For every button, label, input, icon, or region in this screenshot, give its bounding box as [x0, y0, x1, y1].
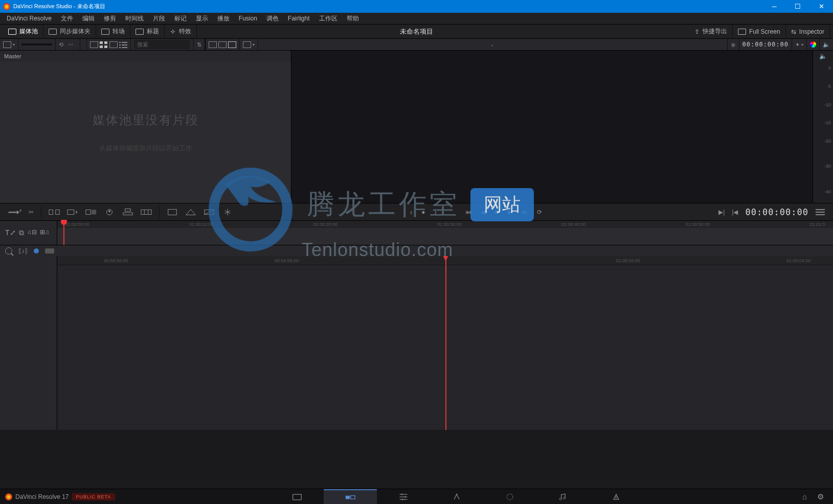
page-color[interactable]: [483, 489, 536, 505]
menu-trim[interactable]: 修剪: [99, 13, 121, 24]
cut-icon[interactable]: [222, 208, 233, 217]
viewer-panel[interactable]: [291, 51, 813, 203]
menu-playback[interactable]: 播放: [213, 13, 234, 24]
dissolve-icon[interactable]: [204, 208, 215, 217]
menu-fusion[interactable]: Fusion: [234, 13, 262, 24]
go-start-icon[interactable]: ⏮: [465, 209, 471, 216]
page-cut[interactable]: [324, 489, 377, 505]
svg-rect-3: [86, 210, 91, 214]
play-icon[interactable]: ▶: [508, 209, 512, 216]
color-icon[interactable]: [810, 41, 816, 48]
lock-track-icon[interactable]: T⤢: [5, 228, 16, 237]
empty-title: 媒体池里没有片段: [93, 112, 199, 128]
menu-mark[interactable]: 标记: [170, 13, 191, 24]
menu-davinci[interactable]: DaVinci Resolve: [2, 13, 56, 24]
sync-lock-icon[interactable]: ⧉: [19, 228, 24, 237]
menu-fairlight[interactable]: Fairlight: [283, 13, 314, 24]
lower-timeline-header: ⟦♪⟧: [0, 245, 833, 256]
viewer-dropdown[interactable]: ⌄: [490, 42, 494, 47]
refresh-icon[interactable]: ⟲: [59, 41, 67, 48]
closeup-icon[interactable]: [104, 208, 115, 217]
minimize-button[interactable]: ─: [762, 0, 786, 13]
loop-icon[interactable]: ⟳: [537, 209, 542, 216]
lower-track-headers[interactable]: [0, 256, 57, 430]
next-edit-icon[interactable]: ›: [435, 208, 437, 216]
prev-edit-icon[interactable]: ‹: [410, 208, 413, 216]
menu-help[interactable]: 帮助: [342, 13, 364, 24]
current-edit-icon[interactable]: ●: [421, 209, 425, 216]
audio-track-icon[interactable]: ♫⊟: [27, 228, 37, 237]
lower-timeline-track[interactable]: 00:59:56:00 00:59:58:00 01:00:02:00 01:0…: [57, 256, 833, 430]
timeline-options-icon[interactable]: [816, 209, 825, 215]
page-fusion[interactable]: [430, 489, 483, 505]
transition-icon[interactable]: [185, 208, 196, 217]
menu-clip[interactable]: 片段: [148, 13, 170, 24]
menu-file[interactable]: 文件: [56, 13, 78, 24]
menu-workspace[interactable]: 工作区: [314, 13, 342, 24]
place-on-top-icon[interactable]: [122, 208, 133, 217]
lower-playhead[interactable]: [445, 256, 446, 430]
snap-icon[interactable]: [5, 247, 12, 255]
sort-icon[interactable]: ⇅: [197, 41, 201, 48]
bin-layout-toggle[interactable]: ▾: [0, 39, 18, 50]
marker-icon[interactable]: ◉: [731, 41, 736, 48]
tab-mediapool[interactable]: 媒体池: [3, 25, 43, 39]
stop-icon[interactable]: ■: [494, 209, 498, 216]
view-grid-icon[interactable]: [100, 41, 108, 48]
page-media[interactable]: [271, 489, 324, 505]
mediapool-bin-header[interactable]: Master: [0, 51, 291, 62]
upper-playhead[interactable]: [63, 221, 64, 245]
speaker-icon[interactable]: 🔈: [823, 41, 830, 48]
view-list-icon[interactable]: [119, 41, 127, 48]
upper-ruler[interactable]: 01:00:00:00 01:00:10:00 01:00:20:00 01:0…: [57, 221, 833, 228]
source-overwrite-icon[interactable]: [141, 208, 152, 217]
app-logo-icon: [3, 3, 10, 10]
close-button[interactable]: ✕: [809, 0, 833, 13]
tab-effects[interactable]: ✧特效: [165, 25, 197, 39]
home-icon[interactable]: ⌂: [802, 492, 807, 501]
smart-insert-icon[interactable]: [49, 208, 60, 217]
maximize-button[interactable]: ☐: [786, 0, 809, 13]
page-edit[interactable]: [377, 489, 430, 505]
search-input[interactable]: 搜索: [134, 40, 190, 49]
tools-dropdown-icon[interactable]: [167, 208, 178, 217]
bypass-icon[interactable]: ✦: [795, 41, 800, 48]
viewer-src-icon[interactable]: [209, 41, 217, 48]
settings-icon[interactable]: ⚙: [817, 492, 824, 501]
ripple-overwrite-icon[interactable]: [85, 208, 97, 217]
upper-timeline-track[interactable]: 01:00:00:00 01:00:10:00 01:00:20:00 01:0…: [57, 221, 833, 245]
viewer-tape-icon[interactable]: [218, 41, 227, 48]
go-end-icon[interactable]: ⏭: [522, 209, 528, 216]
audio-trim-icon[interactable]: ⟦♪⟧: [18, 247, 28, 255]
tab-syncbin[interactable]: 同步媒体夹: [43, 25, 96, 39]
meter-speaker-icon[interactable]: 🔈: [819, 53, 827, 61]
video-track-icon[interactable]: ⊞♫: [40, 228, 50, 237]
viewer-tl-icon[interactable]: [228, 41, 236, 48]
menu-timeline[interactable]: 时间线: [121, 13, 148, 24]
track-color-icon[interactable]: [45, 248, 54, 254]
tab-transitions[interactable]: 转场: [96, 25, 130, 39]
tab-quickexport[interactable]: ⇪快捷导出: [689, 25, 733, 39]
view-meta-icon[interactable]: [109, 41, 118, 48]
menu-color[interactable]: 调色: [262, 13, 283, 24]
toolbar-timecode[interactable]: 00:00:00:00: [742, 41, 789, 48]
page-deliver[interactable]: [590, 489, 643, 505]
safe-area-icon[interactable]: [243, 41, 251, 48]
boring-detector-icon[interactable]: ⟿z: [8, 208, 21, 217]
jump-start-icon[interactable]: |◀: [732, 209, 738, 216]
tab-inspector[interactable]: ⇆Inspector: [786, 25, 830, 39]
bin-width-slider[interactable]: [18, 39, 56, 50]
split-icon[interactable]: ✂: [29, 209, 34, 216]
page-fairlight[interactable]: [536, 489, 590, 505]
link-icon[interactable]: ⚯: [69, 41, 77, 48]
tab-titles[interactable]: 标题: [130, 25, 165, 39]
append-icon[interactable]: [67, 208, 78, 217]
marker-dot-icon[interactable]: [34, 248, 39, 254]
viewer-timecode[interactable]: 00:00:00:00: [745, 207, 808, 217]
view-strip-icon[interactable]: [90, 41, 98, 48]
menu-view[interactable]: 显示: [191, 13, 213, 24]
play-reverse-icon[interactable]: ◀: [481, 209, 485, 216]
tab-fullscreen[interactable]: Full Screen: [733, 25, 786, 39]
jump-end-icon[interactable]: ▶|: [718, 209, 725, 216]
menu-edit[interactable]: 编辑: [78, 13, 99, 24]
